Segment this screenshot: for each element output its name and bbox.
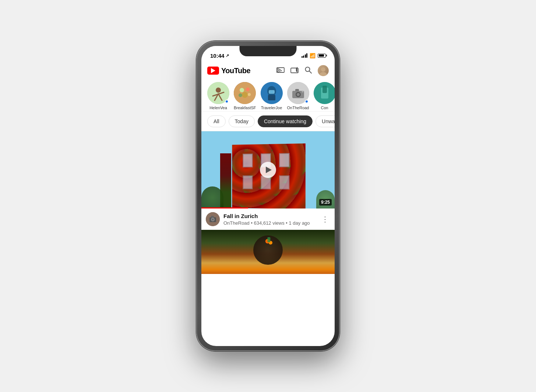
user-avatar[interactable] [318, 65, 329, 76]
sub-avatar-wrap [287, 82, 309, 104]
sub-avatar-wrap [261, 82, 283, 104]
video-duration: 9:25 [319, 199, 332, 206]
channel-avatar-breakfastsf [234, 82, 256, 104]
sub-avatar-wrap [314, 82, 335, 104]
channel-name: HelenVea [209, 106, 227, 110]
play-button[interactable] [260, 162, 276, 178]
channel-name: BreakfastSF [234, 106, 256, 110]
svg-point-7 [320, 72, 327, 76]
youtube-play-icon [211, 68, 215, 73]
svg-rect-28 [295, 89, 299, 91]
svg-point-17 [239, 93, 242, 97]
svg-point-16 [242, 92, 248, 98]
svg-point-18 [248, 93, 251, 96]
filter-chip-all[interactable]: All [207, 115, 226, 127]
sub-avatar-wrap [234, 82, 256, 104]
phone-device: 10:44 ↗ 📶 Y [196, 41, 340, 351]
new-content-dot [305, 100, 308, 103]
app-header: YouTube [201, 62, 335, 79]
filter-chip-continue-watching[interactable]: Continue watching [258, 115, 313, 127]
video-thumbnail-wrapper[interactable]: 9:25 [201, 131, 335, 209]
phone-notch [240, 46, 297, 56]
header-actions [276, 65, 329, 76]
filter-chips-row: All Today Continue watching Unwatched [201, 112, 335, 131]
svg-point-9 [216, 88, 221, 93]
channel-avatar-travelerjoe [261, 82, 283, 104]
svg-point-22 [270, 90, 273, 93]
svg-point-27 [297, 93, 300, 96]
video-subtitle: OnTheRoad • 634,612 views • 1 day ago [223, 220, 316, 226]
svg-line-5 [309, 71, 311, 73]
filter-chip-unwatched[interactable]: Unwatched [315, 115, 335, 127]
signal-icon [302, 53, 308, 58]
svg-point-15 [246, 88, 250, 91]
channel-name: TravelerJoe [261, 106, 282, 110]
svg-point-36 [212, 219, 214, 221]
sub-avatar-wrap [207, 82, 229, 104]
subscription-item[interactable]: TravelerJoe [261, 82, 283, 110]
youtube-logo-icon [207, 67, 219, 75]
more-options-button[interactable]: ⋮ [320, 213, 330, 225]
youtube-logo-text: YouTube [221, 67, 250, 75]
video-title: Fall in Zurich [223, 213, 316, 220]
next-video-thumbnail[interactable] [201, 230, 335, 274]
svg-rect-37 [211, 216, 214, 218]
search-icon[interactable] [304, 66, 312, 75]
svg-point-6 [321, 67, 325, 72]
status-icons: 📶 [302, 53, 326, 58]
video-thumbnail: 9:25 [201, 131, 335, 209]
channel-avatar-small[interactable] [206, 212, 220, 226]
subscription-item[interactable]: Con [314, 82, 335, 110]
subscription-item[interactable]: OnTheRoad [287, 82, 309, 110]
svg-rect-32 [322, 86, 327, 93]
new-content-dot [225, 100, 229, 103]
svg-point-14 [240, 88, 244, 92]
svg-point-29 [302, 91, 303, 93]
phone-screen: 10:44 ↗ 📶 Y [201, 46, 335, 346]
play-icon [266, 167, 272, 173]
channel-name: OnTheRoad [287, 106, 309, 110]
svg-rect-23 [268, 95, 275, 100]
subscription-item[interactable]: HelenVea [207, 82, 229, 110]
channel-avatar-con [314, 82, 335, 104]
video-metadata: Fall in Zurich OnTheRoad • 634,612 views… [223, 213, 316, 226]
youtube-logo: YouTube [207, 67, 250, 75]
subscriptions-row: HelenVea Break [201, 79, 335, 111]
battery-icon [318, 54, 326, 58]
video-progress-bar [201, 207, 248, 209]
status-time: 10:44 ↗ [210, 53, 229, 59]
video-info-row: Fall in Zurich OnTheRoad • 634,612 views… [201, 209, 335, 230]
cast-icon[interactable] [276, 67, 285, 75]
channel-name: Con [321, 106, 328, 110]
subscription-item[interactable]: BreakfastSF [234, 82, 256, 110]
wifi-icon: 📶 [310, 53, 315, 58]
location-arrow-icon: ↗ [226, 53, 229, 58]
video-feed: 9:25 Fall in Zurich [201, 131, 335, 274]
camera-icon[interactable] [290, 67, 299, 75]
filter-chip-today[interactable]: Today [229, 115, 255, 127]
